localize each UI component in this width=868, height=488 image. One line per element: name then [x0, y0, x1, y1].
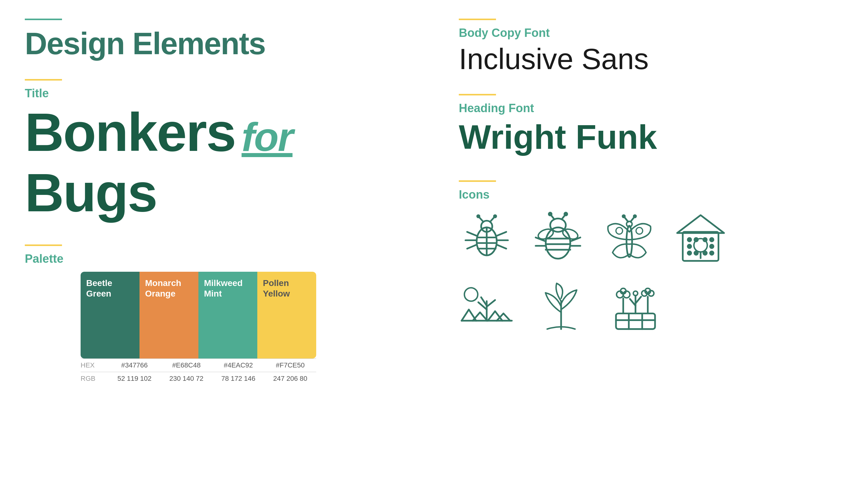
color-info-table: HEX #347766 #E68C48 #4EAC92 #F7CE50 RGB … [81, 358, 316, 385]
swatch-pollen-yellow-label: PollenYellow [263, 278, 290, 299]
svg-point-34 [622, 215, 625, 217]
svg-point-50 [703, 251, 707, 255]
plant-icon [533, 279, 589, 335]
svg-point-70 [633, 291, 638, 295]
planter-icon [608, 279, 663, 335]
body-font-name: Inclusive Sans [459, 43, 843, 75]
svg-line-11 [497, 245, 506, 249]
svg-point-66 [623, 291, 630, 298]
hex-beetle: #347766 [108, 361, 161, 369]
hex-label: HEX [81, 361, 108, 369]
title-section-label: Title [25, 87, 409, 100]
heading-font-section: Heading Font Wright Funk [459, 94, 843, 156]
svg-point-53 [464, 288, 478, 301]
palette-section: Palette BeetleGreen MonarchOrange Milkwe… [25, 245, 409, 385]
svg-point-5 [494, 215, 496, 217]
swatch-pollen-yellow: PollenYellow [257, 272, 316, 358]
svg-point-3 [477, 215, 479, 217]
heading-font-name: Wright Funk [459, 118, 843, 156]
color-swatches: BeetleGreen MonarchOrange MilkweedMint P… [81, 272, 316, 358]
svg-line-6 [467, 232, 477, 236]
landscape-icon [459, 279, 515, 335]
body-font-label: Body Copy Font [459, 26, 843, 40]
butterfly-icon [601, 211, 657, 266]
big-title-bonkers: Bonkers [25, 105, 235, 159]
svg-point-48 [688, 251, 691, 255]
svg-rect-59 [616, 313, 655, 329]
svg-point-21 [564, 213, 567, 215]
big-title: Bonkers for Bugs [25, 105, 409, 220]
bee-icon [530, 211, 586, 266]
hex-values: #347766 #E68C48 #4EAC92 #F7CE50 [108, 361, 316, 369]
page-title: Design Elements [25, 26, 409, 60]
svg-point-45 [710, 238, 714, 241]
icons-section: Icons [459, 180, 843, 335]
svg-point-47 [710, 245, 714, 248]
rgb-values: 52 119 102 230 140 72 78 172 146 247 206… [108, 375, 316, 383]
body-font-divider [459, 19, 496, 20]
svg-line-57 [487, 300, 495, 307]
rgb-row: RGB 52 119 102 230 140 72 78 172 146 247… [81, 372, 316, 385]
svg-point-42 [688, 238, 691, 241]
svg-point-43 [694, 238, 698, 241]
hex-row: HEX #347766 #E68C48 #4EAC92 #F7CE50 [81, 358, 316, 372]
svg-point-38 [636, 227, 643, 234]
icons-top-row [459, 211, 843, 266]
left-panel: Design Elements Title Bonkers for Bugs P… [0, 0, 434, 488]
rgb-milkweed: 78 172 146 [212, 375, 265, 383]
title-divider [25, 19, 62, 20]
heading-font-divider [459, 94, 496, 95]
swatch-milkweed-mint-label: MilkweedMint [204, 278, 242, 299]
color-table-wrapper: BeetleGreen MonarchOrange MilkweedMint P… [81, 272, 409, 385]
swatch-beetle-green-label: BeetleGreen [86, 278, 112, 299]
heading-font-label: Heading Font [459, 102, 843, 115]
palette-divider [25, 245, 62, 246]
right-panel: Body Copy Font Inclusive Sans Heading Fo… [434, 0, 868, 488]
svg-point-44 [703, 238, 707, 241]
svg-line-8 [467, 245, 477, 249]
swatch-milkweed-mint: MilkweedMint [198, 272, 257, 358]
svg-point-46 [688, 245, 691, 248]
swatch-monarch-orange: MonarchOrange [140, 272, 198, 358]
svg-marker-40 [677, 215, 724, 233]
hex-milkweed: #4EAC92 [212, 361, 265, 369]
rgb-pollen: 247 206 80 [265, 375, 316, 383]
hex-pollen: #F7CE50 [265, 361, 316, 369]
title-section: Title Bonkers for Bugs [25, 79, 409, 220]
icons-bottom-row [459, 279, 843, 335]
rgb-beetle: 52 119 102 [108, 375, 161, 383]
icons-divider [459, 180, 496, 182]
big-title-bugs: Bugs [25, 165, 157, 220]
swatch-monarch-orange-label: MonarchOrange [145, 278, 181, 299]
rgb-monarch: 230 140 72 [161, 375, 213, 383]
title-section-divider [25, 79, 62, 80]
icons-label: Icons [459, 188, 843, 201]
svg-point-36 [633, 215, 636, 217]
rgb-label: RGB [81, 375, 108, 383]
svg-point-37 [616, 227, 623, 234]
hex-monarch: #E68C48 [161, 361, 213, 369]
beetle-icon [459, 211, 515, 266]
birdhouse-icon [673, 211, 728, 266]
swatch-beetle-green: BeetleGreen [81, 272, 140, 358]
svg-point-51 [710, 251, 714, 255]
palette-label: Palette [25, 252, 409, 265]
svg-point-19 [549, 213, 552, 215]
big-title-for: for [242, 117, 292, 157]
body-font-section: Body Copy Font Inclusive Sans [459, 19, 843, 75]
svg-point-64 [617, 291, 623, 298]
svg-line-9 [497, 232, 506, 236]
svg-point-49 [694, 251, 698, 255]
